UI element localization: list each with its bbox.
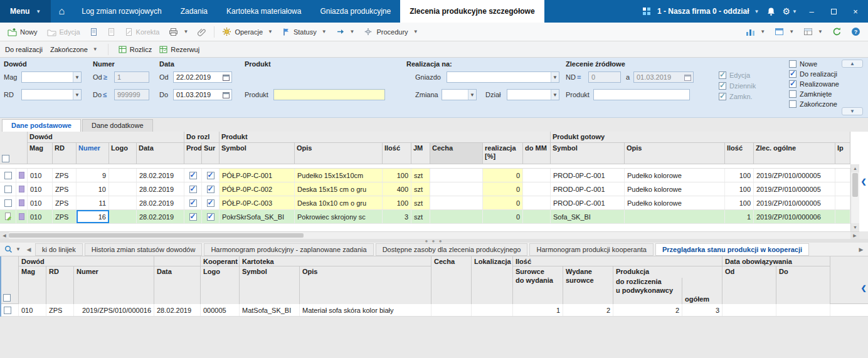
print-button[interactable]: ▼ (164, 25, 193, 39)
cell-ip[interactable] (835, 196, 850, 209)
cell-mag[interactable]: 010 (28, 210, 53, 223)
home-button[interactable]: ⌂ (51, 0, 72, 23)
cell-do_mm[interactable] (523, 196, 551, 209)
cell-opis2[interactable]: Pudełko kolorowe (625, 169, 725, 182)
new-button[interactable]: Nowy (3, 25, 42, 39)
scroll-thumb[interactable] (9, 233, 304, 238)
column-header-realizacja[interactable]: realizacja [%] (483, 143, 523, 164)
cell-sur[interactable] (202, 169, 220, 182)
cell-ip[interactable] (835, 210, 850, 223)
sur-checkbox[interactable] (207, 213, 214, 221)
document-button-2[interactable] (103, 25, 120, 39)
column-header-data[interactable]: Data (137, 143, 184, 164)
cell-data[interactable]: 28.02.2019 (137, 210, 184, 223)
cell-mag[interactable]: 010 (28, 182, 53, 196)
select-all-checkbox[interactable] (2, 155, 9, 162)
cell-data[interactable]: 28.02.2019 (137, 182, 184, 196)
cell-opis[interactable]: Pokrowiec skrojony sc (295, 210, 383, 223)
cell-jm[interactable]: szt (411, 182, 430, 196)
flag-checkbox[interactable] (789, 60, 797, 68)
column-header-sur[interactable]: Sur (202, 143, 220, 164)
collapse-panel-left-icon[interactable]: ❮ (859, 132, 868, 231)
bottom-tab[interactable]: Dostępne zasoby dla zlecenia produkcyjne… (376, 243, 528, 256)
filter-mag-select[interactable]: ▼ (21, 71, 82, 83)
flag-checkbox[interactable] (789, 80, 797, 88)
cell-jm[interactable]: szt (411, 210, 430, 223)
prod-checkbox[interactable] (189, 199, 197, 207)
cell-symbol2[interactable]: PROD-0P-C-001 (551, 196, 625, 209)
transfer-button[interactable]: ▼ (332, 25, 359, 38)
bh-symbol[interactable]: Symbol (240, 266, 300, 304)
filter-numer-od-input[interactable] (114, 71, 149, 83)
cell-data[interactable]: 28.02.2019 (154, 304, 201, 316)
nav-tab[interactable]: Zadania (171, 0, 217, 23)
cell-data[interactable]: 28.02.2019 (137, 169, 184, 182)
cell-sur[interactable] (202, 196, 220, 209)
flag-checkbox[interactable] (789, 90, 797, 98)
document-button-1[interactable] (85, 25, 102, 39)
cell-rd[interactable]: ZPS (53, 196, 77, 209)
cell-cecha[interactable] (430, 210, 483, 223)
filter-gniazdo-select[interactable]: ▼ (447, 71, 559, 83)
column-header-numer[interactable]: Numer (77, 143, 109, 164)
cell-logo[interactable] (109, 196, 137, 209)
scroll-up-arrow[interactable]: ▲ (851, 164, 859, 172)
cell-do_mm[interactable] (523, 182, 551, 196)
column-header-opis2[interactable]: Opis (625, 143, 725, 164)
cell-symbol2[interactable]: PROD-0P-C-001 (551, 182, 625, 196)
row-select-cell[interactable] (0, 210, 16, 223)
rozlicz-button[interactable]: Rozlicz (119, 46, 152, 53)
cell-data[interactable]: 28.02.2019 (137, 196, 184, 209)
rezerwuj-button[interactable]: Rezerwuj (159, 46, 199, 53)
tab-dane-podstawowe[interactable]: Dane podstawowe (2, 119, 81, 132)
cell-opis2[interactable] (625, 210, 725, 223)
minimize-button[interactable]: – (804, 0, 819, 23)
cell-numer[interactable]: 11 (77, 196, 109, 209)
vertical-scrollbar[interactable]: ▲ ▼ (850, 164, 859, 231)
bh-wydane[interactable]: Wydanesurowce (563, 266, 613, 304)
cell-ip[interactable] (835, 182, 850, 196)
cell-opis[interactable]: Deska 15x15 cm o gru (295, 182, 383, 196)
table-row[interactable]: 010ZPS1028.02.2019PÓŁP-0P-C-002Deska 15x… (0, 182, 850, 196)
cell-cecha[interactable] (430, 169, 483, 182)
cell-ilosc2[interactable]: 1 (725, 210, 754, 223)
cell-ilosc2[interactable]: 100 (725, 169, 754, 182)
bh-lokalizacja[interactable]: Lokalizacja (472, 256, 513, 304)
filter-rd-select[interactable]: ▼ (21, 89, 82, 100)
cell-rd[interactable]: ZPS (46, 304, 74, 316)
collapse-panel-left-icon[interactable]: ❮ (859, 275, 868, 300)
chart-button[interactable]: ▼ (741, 25, 770, 39)
flag-checkbox[interactable] (719, 93, 726, 100)
cell-rd[interactable]: ZPS (53, 182, 77, 196)
row-select-cell[interactable] (0, 182, 16, 196)
column-header-ip[interactable]: Ip (835, 143, 850, 164)
procedures-button[interactable]: Procedury▼ (359, 24, 422, 39)
cell-zlec[interactable]: 2019/ZP/010/000005 (754, 169, 835, 182)
cell-wydane[interactable]: 2 (563, 304, 613, 316)
row-select-cell[interactable] (0, 169, 16, 182)
cell-symbol[interactable]: PokrSkrSofa_SK_BI (220, 210, 295, 223)
cell-ilosc[interactable]: 100 (383, 196, 411, 209)
column-header-symbol2[interactable]: Symbol (551, 143, 625, 164)
bottom-tab[interactable]: Harmonogram produkcyjny - zaplanowane za… (204, 243, 373, 256)
column-header-jm[interactable]: JM (411, 143, 430, 164)
bh-ogolem[interactable]: ogółem (682, 278, 721, 304)
table-row[interactable]: 010ZPS1128.02.2019PÓŁP-0P-C-003Deska 10x… (0, 196, 850, 210)
bh-mag[interactable]: Mag (19, 266, 46, 304)
scroll-left-arrow[interactable]: ◀ (0, 232, 9, 239)
flag-checkbox[interactable] (719, 71, 726, 79)
ge-operator[interactable]: ≥ (102, 73, 109, 81)
cell-zlec[interactable]: 2019/ZP/010/000005 (754, 182, 835, 196)
cell-surowce[interactable]: 1 (513, 304, 563, 316)
flag-checkbox[interactable] (789, 70, 797, 78)
column-header-ilosc2[interactable]: Ilość (725, 143, 754, 164)
cell-ilosc[interactable]: 3 (383, 210, 411, 223)
column-header-symbol[interactable]: Symbol (220, 143, 295, 164)
search-tabs-button[interactable]: ▼ (3, 245, 23, 254)
filter-zmiana-select[interactable]: ▼ (442, 89, 477, 100)
help-button[interactable]: ? (847, 24, 865, 39)
cell-ilosc[interactable]: 100 (383, 169, 411, 182)
cell-logo[interactable] (109, 210, 137, 223)
bh-produkcja[interactable]: Produkcja do rozliczeniau podwykonawcy o… (613, 266, 722, 304)
cell-rd[interactable]: ZPS (53, 210, 77, 223)
